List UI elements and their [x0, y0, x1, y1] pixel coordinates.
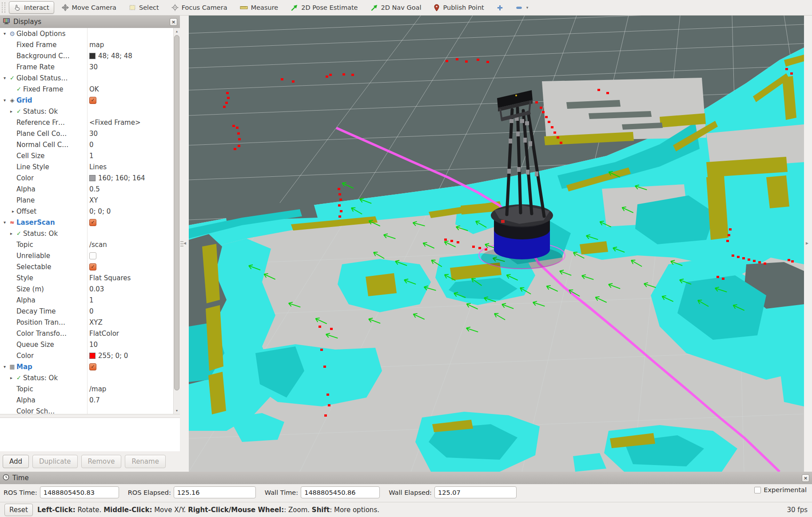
tool-interact[interactable]: Interact [9, 1, 54, 14]
property-value[interactable]: ✓ [87, 97, 173, 104]
collapse-left-icon[interactable]: ◂ [183, 240, 186, 246]
checkbox-unchecked[interactable] [89, 252, 96, 259]
tree-row[interactable]: Position Tran…XYZ [0, 317, 173, 328]
tool-publish-point[interactable]: Publish Point [429, 1, 489, 14]
3d-viewport[interactable] [189, 16, 804, 472]
right-splitter[interactable]: ▸ [804, 16, 812, 472]
tree-row[interactable]: ▸✓Status: Ok [0, 372, 173, 383]
tree-row[interactable]: Fixed Framemap [0, 39, 173, 50]
expand-open-icon[interactable]: ▾ [1, 364, 8, 369]
property-value[interactable]: 10 [87, 341, 173, 349]
render-view[interactable] [189, 16, 804, 472]
property-value[interactable]: 255; 0; 0 [87, 352, 173, 360]
tree-row[interactable]: Normal Cell C…0 [0, 139, 173, 150]
tree-row[interactable]: Decay Time0 [0, 306, 173, 317]
color-swatch[interactable] [89, 53, 96, 59]
property-value[interactable]: OK [87, 85, 173, 93]
expand-closed-icon[interactable]: ▸ [8, 375, 15, 380]
tree-row[interactable]: ▸Offset0; 0; 0 [0, 206, 173, 217]
expand-open-icon[interactable]: ▾ [1, 220, 8, 225]
remove-button[interactable]: Remove [81, 455, 122, 468]
tree-row[interactable]: ▾◈Grid✓ [0, 95, 173, 106]
tree-row[interactable]: ▸✓Status: Ok [0, 106, 173, 117]
tree-scrollbar[interactable]: ▴ ▾ [173, 28, 180, 414]
tree-row[interactable]: ▾⚙Global Options [0, 28, 173, 39]
property-value[interactable]: 48; 48; 48 [87, 52, 173, 60]
expand-closed-icon[interactable]: ▸ [8, 109, 15, 114]
scrollbar-down-icon[interactable]: ▾ [174, 407, 180, 414]
tool-2d-nav-goal[interactable]: 2D Nav Goal [366, 1, 426, 14]
property-value[interactable]: FlatColor [87, 330, 173, 338]
tree-row[interactable]: Color Transfo…FlatColor [0, 328, 173, 339]
checkbox-checked[interactable]: ✓ [89, 263, 96, 270]
tree-row[interactable]: Line StyleLines [0, 161, 173, 172]
expand-closed-icon[interactable]: ▸ [8, 231, 15, 236]
tool-2d-pose-estimate[interactable]: 2D Pose Estimate [286, 1, 362, 14]
color-swatch[interactable] [89, 353, 96, 359]
tool-measure[interactable]: Measure [235, 1, 283, 14]
tool-move-camera[interactable]: Move Camera [57, 1, 121, 14]
tree-row[interactable]: Topic/scan [0, 239, 173, 250]
color-swatch[interactable] [89, 175, 96, 181]
tree-row[interactable]: Alpha0.7 [0, 394, 173, 406]
expand-open-icon[interactable]: ▾ [1, 76, 8, 80]
wall-time-input[interactable] [301, 486, 380, 498]
tree-row[interactable]: Topic/map [0, 383, 173, 394]
tree-row[interactable]: Color255; 0; 0 [0, 350, 173, 361]
time-close-icon[interactable]: × [802, 474, 809, 482]
rename-button[interactable]: Rename [125, 455, 166, 468]
ros-time-input[interactable] [40, 486, 119, 498]
scrollbar-thumb[interactable] [174, 35, 179, 390]
tree-row[interactable]: Color Sch… [0, 406, 173, 414]
wall-elapsed-input[interactable] [434, 486, 517, 498]
tree-row[interactable]: Unreliable [0, 250, 173, 261]
tree-row[interactable]: StyleFlat Squares [0, 272, 173, 283]
checkbox-checked[interactable]: ✓ [89, 363, 96, 370]
tree-row[interactable]: ▸✓Status: Ok [0, 228, 173, 239]
expand-open-icon[interactable]: ▾ [1, 98, 8, 103]
duplicate-button[interactable]: Duplicate [32, 455, 77, 468]
reset-button[interactable]: Reset [4, 504, 33, 516]
property-value[interactable]: /map [87, 385, 173, 393]
tree-row[interactable]: Color160; 160; 164 [0, 172, 173, 183]
displays-close-icon[interactable]: × [170, 18, 177, 26]
property-value[interactable]: 0.7 [87, 396, 173, 404]
property-value[interactable]: 30 [87, 63, 173, 71]
add-button[interactable]: Add [3, 455, 29, 468]
property-value[interactable]: 30 [87, 130, 173, 138]
toolbar-grip[interactable] [2, 2, 5, 13]
property-value[interactable]: Lines [87, 163, 173, 171]
property-value[interactable]: XYZ [87, 318, 173, 326]
property-value[interactable]: <Fixed Frame> [87, 119, 173, 127]
property-value[interactable]: 0; 0; 0 [87, 207, 173, 215]
tree-row[interactable]: Alpha0.5 [0, 183, 173, 195]
tree-row[interactable]: Plane Cell Co…30 [0, 128, 173, 139]
tree-row[interactable]: Frame Rate30 [0, 61, 173, 72]
expand-closed-icon[interactable]: ▸ [10, 209, 16, 214]
ros-elapsed-input[interactable] [174, 486, 256, 498]
property-value[interactable]: Flat Squares [87, 274, 173, 282]
tree-row[interactable]: Selectable✓ [0, 261, 173, 272]
property-value[interactable]: 1 [87, 152, 173, 160]
property-value[interactable]: 0 [87, 307, 173, 315]
expand-open-icon[interactable]: ▾ [1, 31, 8, 36]
tree-row[interactable]: PlaneXY [0, 195, 173, 206]
tool-add-tool[interactable] [492, 1, 508, 14]
tree-row[interactable]: ✓Fixed FrameOK [0, 84, 173, 95]
checkbox-checked[interactable]: ✓ [89, 219, 96, 226]
tool-focus-camera[interactable]: Focus Camera [167, 1, 232, 14]
tree-row[interactable]: Background C…48; 48; 48 [0, 50, 173, 61]
property-value[interactable]: 0.5 [87, 185, 173, 193]
property-value[interactable]: 0 [87, 141, 173, 149]
tree-row[interactable]: Alpha1 [0, 294, 173, 306]
tree-row[interactable]: Cell Size1 [0, 150, 173, 161]
tree-row[interactable]: Reference Fr…<Fixed Frame> [0, 117, 173, 128]
property-value[interactable]: 160; 160; 164 [87, 174, 173, 182]
scrollbar-up-icon[interactable]: ▴ [174, 28, 180, 35]
chevron-down-icon[interactable]: ▾ [526, 5, 529, 10]
property-value[interactable]: 1 [87, 296, 173, 304]
left-splitter[interactable]: ◂ [180, 16, 189, 472]
experimental-checkbox[interactable] [754, 487, 761, 493]
checkbox-checked[interactable]: ✓ [89, 97, 96, 104]
property-value[interactable]: 0.03 [87, 285, 173, 293]
